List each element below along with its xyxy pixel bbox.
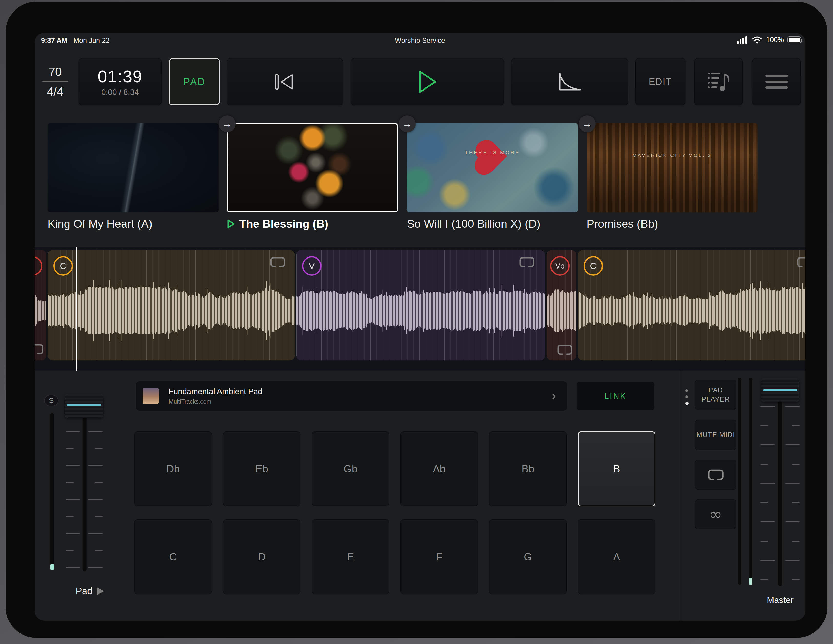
song-title: The Blessing (B) xyxy=(239,217,328,230)
tempo-divider xyxy=(42,81,68,82)
master-label: Master xyxy=(761,595,799,605)
key-pad-ab[interactable]: Ab xyxy=(400,431,478,506)
key-pad-a[interactable]: A xyxy=(578,519,655,594)
album-art: THERE IS MORE xyxy=(407,123,578,213)
song-position: 0:00 / 8:34 xyxy=(101,88,139,97)
pad-toggle-button[interactable]: PAD xyxy=(169,58,220,105)
song-transition-arrow[interactable]: → xyxy=(399,116,416,132)
cellular-signal-icon xyxy=(737,36,748,44)
drag-handle-icon[interactable] xyxy=(685,389,688,392)
section-verse[interactable]: V xyxy=(296,250,545,361)
key-pad-db[interactable]: Db xyxy=(134,431,212,506)
app-screen: 9:37 AM Mon Jun 22 Worship Service 100% … xyxy=(35,33,805,621)
loop-icon xyxy=(35,343,44,355)
time-signature: 4/4 xyxy=(47,85,63,98)
section-marker: C xyxy=(584,256,603,276)
chevron-right-icon: › xyxy=(552,388,556,403)
mute-midi-button[interactable]: MUTE MIDI xyxy=(695,420,737,450)
section-chorus[interactable]: C xyxy=(48,250,295,361)
master-level-meter-right xyxy=(749,378,753,585)
infinite-sustain-button[interactable]: ∞ xyxy=(695,499,737,529)
meter-level xyxy=(749,578,753,585)
pad-selector[interactable]: Fundamental Ambient Pad MultiTracks.com … xyxy=(136,382,567,411)
key-pad-eb[interactable]: Eb xyxy=(223,431,301,506)
disclosure-triangle-icon xyxy=(97,587,104,595)
edit-button[interactable]: EDIT xyxy=(635,58,685,105)
master-level-meter-left xyxy=(738,378,741,585)
master-scale-ticks xyxy=(761,406,775,586)
setlist-button[interactable] xyxy=(694,58,743,105)
time-display[interactable]: 01:39 0:00 / 8:34 xyxy=(79,58,161,105)
battery-percent: 100% xyxy=(766,36,784,44)
loop-icon xyxy=(557,344,573,356)
heart-art xyxy=(478,143,507,172)
link-button[interactable]: LINK xyxy=(576,382,654,411)
pad-album-art xyxy=(143,388,159,404)
section-marker: V xyxy=(302,256,322,276)
fader-scale-ticks xyxy=(88,431,103,575)
section-marker: Vp xyxy=(550,256,570,276)
meter-level xyxy=(50,564,54,570)
loop-icon xyxy=(270,256,286,268)
tempo-bpm: 70 xyxy=(48,65,61,79)
master-fader-track[interactable] xyxy=(778,385,782,586)
play-icon xyxy=(416,69,438,94)
key-pad-c[interactable]: C xyxy=(134,519,212,594)
loop-icon xyxy=(519,256,535,268)
master-scale-ticks xyxy=(785,406,800,586)
key-pad-f[interactable]: F xyxy=(400,519,478,594)
key-pad-b-active[interactable]: B xyxy=(578,431,655,506)
elapsed-time: 01:39 xyxy=(98,67,143,86)
loop-icon xyxy=(797,256,805,268)
battery-icon xyxy=(787,36,801,43)
waveform-timeline[interactable]: C V Vp C xyxy=(35,247,805,370)
panel-divider xyxy=(681,370,682,621)
album-art-caption: MAVERICK CITY VOL. 3 xyxy=(587,153,757,158)
loop-mode-button[interactable] xyxy=(695,460,737,489)
song-title: King Of My Heart (A) xyxy=(48,217,152,230)
skip-to-start-button[interactable] xyxy=(227,58,343,105)
ipad-bezel: 9:37 AM Mon Jun 22 Worship Service 100% … xyxy=(6,2,827,638)
key-pad-bb[interactable]: Bb xyxy=(489,431,567,506)
pad-fader-handle[interactable] xyxy=(64,394,103,418)
playhead[interactable] xyxy=(76,247,77,370)
album-art xyxy=(48,123,219,213)
key-pad-e[interactable]: E xyxy=(312,519,389,594)
song-title: So Will I (100 Billion X) (D) xyxy=(407,217,540,230)
solo-button[interactable]: S xyxy=(44,395,58,406)
key-pad-d[interactable]: D xyxy=(223,519,301,594)
menu-button[interactable] xyxy=(752,58,801,105)
section-verse-pad[interactable]: Vp xyxy=(547,250,576,361)
key-pad-gb[interactable]: Gb xyxy=(312,431,389,506)
setlist-music-icon xyxy=(707,71,730,93)
menu-icon xyxy=(765,75,788,77)
setlist-title: Worship Service xyxy=(35,37,805,45)
fader-scale-ticks xyxy=(66,431,80,575)
infinity-icon: ∞ xyxy=(709,506,722,522)
pad-player-mode-button[interactable]: PAD PLAYER xyxy=(695,380,737,410)
album-art xyxy=(227,123,398,213)
now-playing-icon xyxy=(227,219,235,229)
key-pad-g[interactable]: G xyxy=(489,519,567,594)
pad-fader-track[interactable] xyxy=(82,397,87,572)
master-fader-handle[interactable] xyxy=(761,378,799,402)
fade-out-button[interactable] xyxy=(511,58,628,105)
pad-name: Fundamental Ambient Pad xyxy=(169,387,262,396)
fader-handle-line xyxy=(763,389,798,391)
fader-handle-line xyxy=(67,404,101,406)
song-title: Promises (Bb) xyxy=(587,217,658,230)
fade-out-icon xyxy=(557,72,582,92)
song-transition-arrow[interactable]: → xyxy=(579,116,596,132)
wifi-icon xyxy=(752,36,762,44)
tempo-display[interactable]: 70 4/4 xyxy=(40,58,71,105)
skip-to-start-icon xyxy=(273,73,296,90)
play-button[interactable] xyxy=(351,58,504,105)
album-art: MAVERICK CITY VOL. 3 xyxy=(587,123,757,213)
section-intro-partial[interactable] xyxy=(35,250,46,361)
section-chorus-2[interactable]: C xyxy=(578,250,805,361)
pad-channel-label[interactable]: Pad xyxy=(76,586,104,597)
status-bar: 9:37 AM Mon Jun 22 Worship Service 100% xyxy=(35,33,805,48)
loop-icon xyxy=(708,469,724,481)
song-transition-arrow[interactable]: → xyxy=(219,116,236,132)
section-marker: C xyxy=(53,256,73,276)
